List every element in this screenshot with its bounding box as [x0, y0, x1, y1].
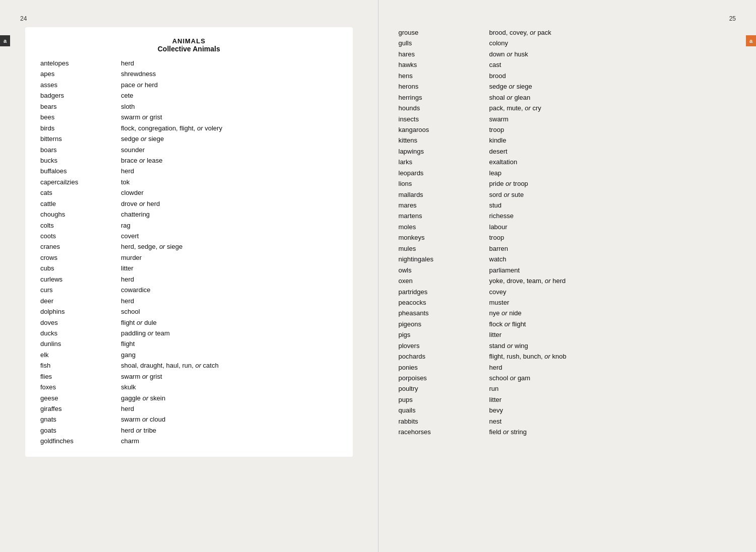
- animal-table-right: grousebrood, covey, or packgullscolonyha…: [399, 27, 736, 438]
- animal-name: flies: [40, 371, 121, 382]
- animal-name: badgers: [40, 90, 121, 101]
- table-row: duckspaddling or team: [40, 328, 338, 338]
- animal-collective: parliament: [489, 265, 736, 275]
- table-row: hawkscast: [399, 59, 736, 70]
- animal-collective: brace or lease: [121, 155, 338, 166]
- sub-title: Collective Animals: [40, 45, 338, 53]
- table-row: elkgang: [40, 350, 338, 360]
- animal-collective: sounder: [121, 145, 338, 155]
- animal-collective: swarm: [489, 114, 736, 124]
- animal-name: mallards: [399, 189, 489, 200]
- table-row: larksexaltation: [399, 157, 736, 167]
- animal-collective: charm: [121, 436, 338, 446]
- animal-collective: herd: [121, 296, 338, 306]
- animal-name: curlews: [40, 274, 121, 285]
- animal-collective: cast: [489, 59, 736, 70]
- table-row: racehorsesfield or string: [399, 427, 736, 437]
- table-row: lionspride or troop: [399, 178, 736, 189]
- animal-collective: colony: [489, 38, 736, 48]
- table-row: deerherd: [40, 296, 338, 306]
- table-row: curscowardice: [40, 285, 338, 295]
- animal-table-left: antelopesherdapesshrewdnessassespace or …: [40, 58, 338, 447]
- table-row: boarssounder: [40, 145, 338, 155]
- section-title: ANIMALS Collective Animals: [40, 37, 338, 53]
- animal-collective: shoal or glean: [489, 92, 736, 103]
- animal-name: birds: [40, 123, 121, 133]
- animal-collective: herd: [121, 58, 338, 68]
- animal-collective: shrewdness: [121, 68, 338, 79]
- table-row: partridgescovey: [399, 287, 736, 297]
- animal-collective: gaggle or skein: [121, 393, 338, 403]
- table-row: monkeystroop: [399, 232, 736, 243]
- animal-collective: skulk: [121, 382, 338, 392]
- animal-name: hawks: [399, 59, 489, 70]
- animal-name: giraffes: [40, 403, 121, 414]
- animal-collective: pack, mute, or cry: [489, 103, 736, 113]
- animal-name: hens: [399, 71, 489, 81]
- table-row: haresdown or husk: [399, 49, 736, 59]
- table-row: nightingaleswatch: [399, 254, 736, 264]
- animal-collective: nest: [489, 416, 736, 427]
- animal-collective: kindle: [489, 135, 736, 146]
- table-row: oxenyoke, drove, team, or herd: [399, 275, 736, 286]
- animal-name: cats: [40, 187, 121, 198]
- table-row: catsclowder: [40, 187, 338, 198]
- animal-collective: muster: [489, 297, 736, 308]
- page-spread: a 24 ANIMALS Collective Animals antelope…: [0, 0, 756, 552]
- animal-collective: sedge or siege: [489, 81, 736, 92]
- animal-collective: down or husk: [489, 49, 736, 59]
- animal-name: fish: [40, 360, 121, 371]
- animal-name: crows: [40, 252, 121, 263]
- animal-name: leopards: [399, 168, 489, 178]
- table-row: apesshrewdness: [40, 68, 338, 79]
- animal-collective: paddling or team: [121, 328, 338, 338]
- animal-collective: flock or flight: [489, 319, 736, 329]
- table-row: martensrichesse: [399, 211, 736, 221]
- animal-collective: cowardice: [121, 285, 338, 295]
- animal-name: quails: [399, 405, 489, 416]
- animal-name: bears: [40, 101, 121, 112]
- page-left: a 24 ANIMALS Collective Animals antelope…: [0, 0, 379, 552]
- table-row: rabbitsnest: [399, 416, 736, 427]
- animal-name: cranes: [40, 241, 121, 252]
- animal-collective: pride or troop: [489, 178, 736, 189]
- animal-collective: labour: [489, 222, 736, 232]
- animal-name: poultry: [399, 383, 489, 394]
- animal-name: rabbits: [399, 416, 489, 427]
- table-row: cranesherd, sedge, or siege: [40, 241, 338, 252]
- table-row: pigeonsflock or flight: [399, 319, 736, 329]
- animal-collective: stand or wing: [489, 340, 736, 351]
- animal-collective: school or gam: [489, 373, 736, 383]
- animal-collective: swarm or cloud: [121, 414, 338, 425]
- table-row: birdsflock, congregation, flight, or vol…: [40, 123, 338, 133]
- animal-name: hounds: [399, 103, 489, 113]
- table-row: foxesskulk: [40, 382, 338, 392]
- animal-collective: swarm or grist: [121, 371, 338, 382]
- table-row: owlsparliament: [399, 265, 736, 275]
- animal-collective: school: [121, 306, 338, 317]
- animal-name: elk: [40, 350, 121, 360]
- animal-name: larks: [399, 157, 489, 167]
- table-row: pochardsflight, rush, bunch, or knob: [399, 351, 736, 362]
- table-row: antelopesherd: [40, 58, 338, 68]
- animal-name: asses: [40, 80, 121, 90]
- table-row: badgerscete: [40, 90, 338, 101]
- animal-name: oxen: [399, 275, 489, 286]
- table-row: heronssedge or siege: [399, 81, 736, 92]
- table-row: moleslabour: [399, 222, 736, 232]
- animal-name: peacocks: [399, 297, 489, 308]
- animal-collective: herd, sedge, or siege: [121, 241, 338, 252]
- table-row: geesegaggle or skein: [40, 393, 338, 403]
- page-right: a 25 grousebrood, covey, or packgullscol…: [379, 0, 757, 552]
- animal-name: grouse: [399, 27, 489, 38]
- table-row: gullscolony: [399, 38, 736, 48]
- animal-collective: richesse: [489, 211, 736, 221]
- table-row: mallardssord or sute: [399, 189, 736, 200]
- table-row: mulesbarren: [399, 243, 736, 254]
- animal-collective: sedge or siege: [121, 133, 338, 144]
- table-row: bitternssedge or siege: [40, 133, 338, 144]
- animal-name: dunlins: [40, 338, 121, 349]
- table-row: curlewsherd: [40, 274, 338, 285]
- animal-name: coots: [40, 231, 121, 241]
- animal-name: plovers: [399, 340, 489, 351]
